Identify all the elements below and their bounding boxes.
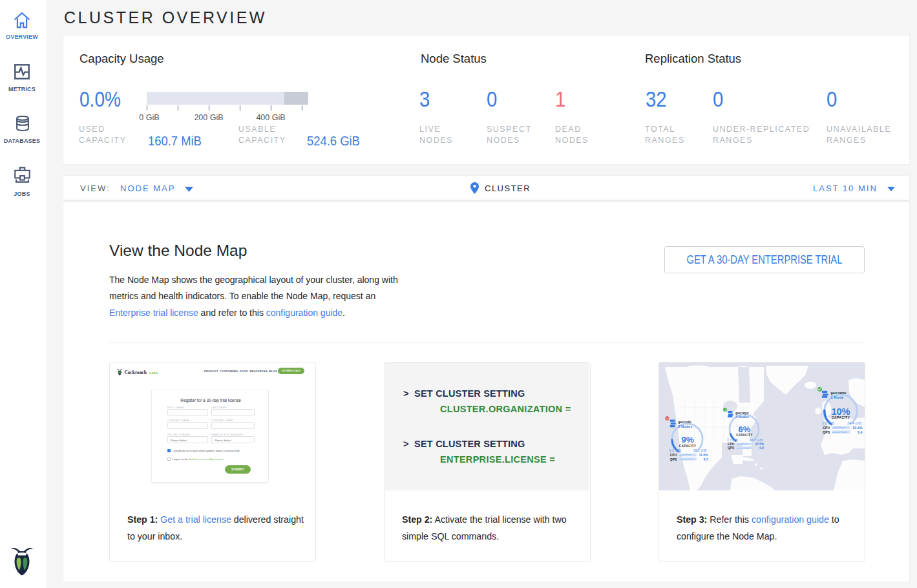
svg-text:200 GiB: 200 GiB (194, 113, 223, 122)
svg-text:6%: 6% (739, 425, 751, 434)
svg-text:CPU: CPU (823, 426, 830, 430)
svg-text:4.7: 4.7 (704, 457, 708, 461)
svg-text:35.1 GiB: 35.1 GiB (693, 448, 707, 452)
svg-text:QPS: QPS (728, 446, 735, 450)
svg-text:3.7 GiB: 3.7 GiB (727, 438, 739, 442)
svg-text:CAPACITY: CAPACITY (679, 445, 697, 448)
svg-text:3.6 GiB: 3.6 GiB (822, 421, 835, 425)
svg-text:LABS: LABS (149, 372, 158, 375)
svg-text:45.7 GiB: 45.7 GiB (750, 438, 763, 442)
svg-text:0 GiB: 0 GiB (139, 113, 159, 122)
svg-text:11.0%: 11.0% (699, 453, 709, 457)
svg-text:0.0: 0.0 (759, 446, 764, 450)
svg-text:geo=sfo: geo=sfo (678, 420, 691, 424)
svg-text:CPU: CPU (670, 453, 677, 457)
svg-text:42.5%: 42.5% (755, 443, 764, 446)
svg-text:34.4 GiB: 34.4 GiB (847, 421, 862, 425)
svg-text:10%: 10% (831, 406, 850, 417)
svg-text:CPU: CPU (728, 443, 735, 446)
svg-text:1 Node: 1 Node (830, 395, 844, 399)
svg-text:Cockroach: Cockroach (125, 370, 147, 375)
svg-text:3.2 GiB: 3.2 GiB (669, 448, 681, 452)
svg-text:2 Nodes: 2 Nodes (735, 415, 749, 419)
svg-text:2 Nodes: 2 Nodes (678, 425, 692, 428)
svg-text:geo=ams: geo=ams (830, 391, 846, 395)
svg-text:52.3%: 52.3% (852, 426, 862, 430)
svg-text:CAPACITY: CAPACITY (832, 415, 850, 419)
svg-text:QPS: QPS (670, 457, 677, 461)
svg-text:CAPACITY: CAPACITY (736, 434, 753, 437)
svg-text:400 GiB: 400 GiB (256, 113, 285, 122)
svg-text:QPS: QPS (823, 430, 830, 434)
svg-text:0.4: 0.4 (858, 430, 862, 434)
svg-text:9%: 9% (681, 435, 694, 445)
